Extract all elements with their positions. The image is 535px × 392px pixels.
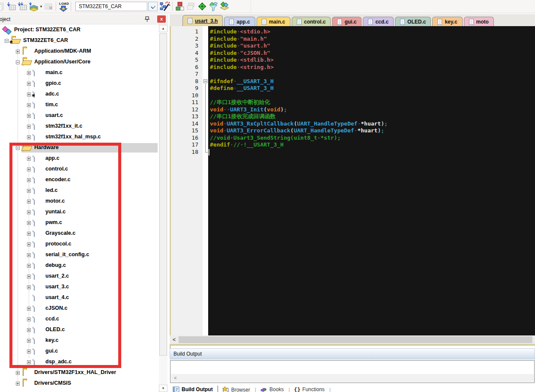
- expand-icon[interactable]: [27, 210, 31, 214]
- expand-icon[interactable]: [27, 275, 31, 278]
- pin-icon[interactable]: [144, 16, 150, 22]
- editor-tab-moto[interactable]: moto: [464, 17, 494, 26]
- tree-item-oled-c[interactable]: OLED.c: [0, 325, 159, 335]
- dropdown-arrow-icon[interactable]: ▼: [39, 1, 43, 12]
- expand-icon[interactable]: [27, 360, 31, 364]
- expand-icon[interactable]: [27, 125, 31, 129]
- expand-icon[interactable]: [27, 339, 31, 343]
- tree-item-stm32f1xx-it-c[interactable]: stm32f1xx_it.c: [0, 121, 159, 132]
- code-editor[interactable]: 123456789101112131415161718 #include·<st…: [170, 26, 535, 335]
- tree-item-app-c[interactable]: app.c: [0, 153, 159, 164]
- tree-item-cjson-c[interactable]: cJSON.c: [0, 303, 159, 314]
- expand-icon[interactable]: [27, 114, 31, 118]
- expand-icon[interactable]: [27, 135, 31, 139]
- tree-item-application-mdk-arm[interactable]: Application/MDK-ARM: [0, 46, 159, 57]
- editor-tab-gui-c[interactable]: gui.c: [332, 17, 362, 26]
- tree-item-serial-it-config-c[interactable]: serial_it_config.c: [0, 250, 159, 260]
- tree-item-encoder-c[interactable]: encoder.c: [0, 175, 159, 186]
- scroll-left-icon[interactable]: <: [170, 336, 178, 344]
- tree-item-led-c[interactable]: led.c: [0, 186, 159, 196]
- tree-item-hardware[interactable]: Hardware: [0, 143, 159, 153]
- expand-icon[interactable]: [27, 168, 31, 171]
- expand-icon[interactable]: [27, 232, 31, 236]
- expand-icon[interactable]: [27, 200, 31, 203]
- bottom-tab-functions[interactable]: {}Functions: [291, 386, 329, 392]
- editor-tab-control-c[interactable]: control.c: [292, 17, 331, 26]
- expand-icon[interactable]: [27, 221, 31, 225]
- expand-icon[interactable]: [27, 189, 31, 193]
- target-select[interactable]: STM32ZET6_CAR: [75, 2, 147, 11]
- project-tree-scrollbar[interactable]: ▲ ▼: [159, 25, 167, 392]
- expand-icon[interactable]: [16, 371, 20, 375]
- expand-icon[interactable]: [27, 242, 31, 246]
- bottom-tab-books[interactable]: Books: [257, 386, 287, 392]
- collapse-icon[interactable]: [5, 39, 9, 43]
- download-icon[interactable]: LOAD: [58, 1, 69, 12]
- tree-item-tim-c[interactable]: tim.c: [0, 100, 159, 111]
- editor-tab-key-c[interactable]: key.c: [432, 17, 462, 26]
- target-select-arrow-icon[interactable]: [148, 2, 158, 11]
- batch-build-icon[interactable]: [28, 1, 39, 12]
- expand-icon[interactable]: [27, 103, 31, 107]
- editor-tab-app-c[interactable]: app.c: [224, 17, 255, 26]
- tree-item-main-c[interactable]: main.c: [0, 68, 159, 78]
- editor-tab-oled-c[interactable]: OLED.c: [395, 17, 431, 26]
- tree-item-usart-4-c[interactable]: usart_4.c: [0, 293, 159, 303]
- expand-icon[interactable]: [27, 328, 31, 332]
- console-hscrollbar[interactable]: <: [171, 374, 534, 382]
- tree-item-yuntai-c[interactable]: yuntai.c: [0, 207, 159, 218]
- tree-item-ccd-c[interactable]: ccd.c: [0, 314, 159, 325]
- bottom-tab-build-output[interactable]: Build Output: [170, 386, 217, 392]
- close-icon[interactable]: x: [157, 15, 166, 23]
- tree-item-stm32f1xx-hal-msp-c[interactable]: stm32f1xx_hal_msp.c: [0, 132, 159, 143]
- build-output-console[interactable]: <: [170, 360, 535, 383]
- tree-item-adc-c[interactable]: *adc.c: [0, 89, 159, 100]
- expand-icon[interactable]: [27, 71, 31, 75]
- expand-icon[interactable]: [16, 382, 20, 386]
- run-time-env-icon[interactable]: [197, 1, 208, 12]
- options-target-icon[interactable]: [159, 1, 170, 12]
- tree-item-usart-2-c[interactable]: usart_2.c: [0, 271, 159, 282]
- tree-item-project-stm32zet6-car[interactable]: Project: STM32ZET6_CAR: [0, 25, 159, 36]
- scrollbar-thumb[interactable]: [179, 336, 532, 343]
- tree-item-stm32zet6-car[interactable]: *STM32ZET6_CAR: [0, 36, 159, 46]
- manage-items-icon[interactable]: [174, 1, 185, 12]
- collapse-icon[interactable]: [16, 146, 20, 150]
- fold-collapse-icon[interactable]: [203, 79, 207, 83]
- rebuild-icon[interactable]: [17, 1, 28, 12]
- scroll-up-icon[interactable]: ▲: [159, 25, 167, 32]
- tree-item-application-user-core[interactable]: Application/User/Core: [0, 57, 159, 68]
- collapse-icon[interactable]: [16, 60, 20, 64]
- editor-tab-usart-3-h[interactable]: usart_3.h: [182, 15, 223, 26]
- tree-item-grayscale-c[interactable]: Grayscale.c: [0, 228, 159, 239]
- tree-item-usart-3-c[interactable]: usart_3.c: [0, 282, 159, 293]
- tree-item-drivers-stm32f1xx-hal-driver[interactable]: Drivers/STM32F1xx_HAL_Driver: [0, 368, 159, 378]
- expand-icon[interactable]: [27, 350, 31, 353]
- tree-item-control-c[interactable]: control.c: [0, 164, 159, 175]
- tree-item-key-c[interactable]: key.c: [0, 335, 159, 346]
- tree-item-usart-c[interactable]: usart.c: [0, 111, 159, 121]
- project-tree[interactable]: Project: STM32ZET6_CAR*STM32ZET6_CARAppl…: [0, 25, 168, 392]
- expand-icon[interactable]: [16, 50, 20, 54]
- expand-icon[interactable]: [27, 82, 31, 86]
- expand-icon[interactable]: [27, 93, 31, 96]
- tree-item-drivers-cmsis[interactable]: Drivers/CMSIS: [0, 378, 159, 389]
- expand-icon[interactable]: [27, 178, 31, 182]
- select-packs-icon[interactable]: [208, 1, 219, 12]
- scrollbar-thumb[interactable]: [159, 33, 167, 356]
- editor-tab-main-c[interactable]: main.c: [257, 17, 290, 26]
- expand-icon[interactable]: [27, 285, 31, 289]
- pack-installer-icon[interactable]: [219, 1, 230, 12]
- tree-item-motor-c[interactable]: motor.c: [0, 196, 159, 207]
- tree-item-protocol-c[interactable]: protocol.c: [0, 239, 159, 250]
- scroll-down-icon[interactable]: ▼: [159, 385, 167, 392]
- expand-icon[interactable]: [27, 253, 31, 257]
- tree-item-dsp-adc-c[interactable]: dsp_adc.c: [0, 357, 159, 368]
- expand-icon[interactable]: [27, 157, 31, 161]
- editor-tab-ccd-c[interactable]: ccd.c: [363, 17, 394, 26]
- build-icon[interactable]: [6, 1, 17, 12]
- tree-item-gui-c[interactable]: gui.c: [0, 346, 159, 357]
- tree-item-debug-c[interactable]: debug.c: [0, 260, 159, 271]
- bottom-tab-browser[interactable]: Browser: [219, 386, 254, 392]
- tree-item-gpio-c[interactable]: gpio.c: [0, 78, 159, 89]
